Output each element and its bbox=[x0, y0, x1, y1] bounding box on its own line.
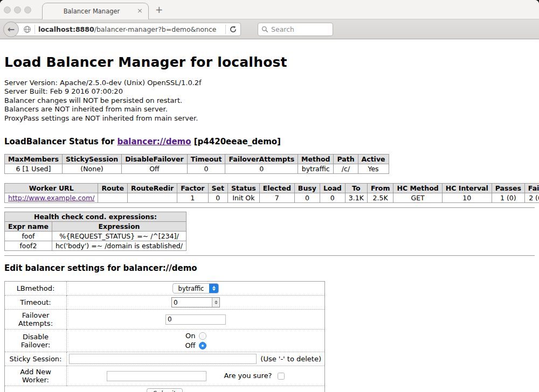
window-close-button[interactable] bbox=[4, 6, 11, 13]
col-active: Active bbox=[358, 155, 389, 164]
balancer-data-row: 6 [1 Used] (None) Off 0 0 bytraffic /c/ … bbox=[5, 164, 389, 174]
window-minimize-button[interactable] bbox=[14, 6, 21, 13]
submit-row: Submit bbox=[5, 386, 325, 392]
col-load: Load bbox=[320, 184, 345, 193]
page-identity-globe-icon[interactable] bbox=[23, 25, 31, 33]
col-elected: Elected bbox=[259, 184, 294, 193]
add-worker-input[interactable] bbox=[107, 371, 206, 381]
search-input[interactable] bbox=[271, 25, 325, 33]
proxypass-note-line: ProxyPass settings are NOT inherited fro… bbox=[4, 114, 535, 123]
lbmethod-select[interactable]: bytraffic bbox=[172, 283, 219, 293]
cell-to: 3.1K bbox=[345, 193, 367, 203]
cell-busy: 0 bbox=[294, 193, 320, 203]
failover-attempts-label: Failover Attempts: bbox=[5, 310, 67, 330]
col-set: Set bbox=[208, 184, 227, 193]
status-heading-prefix: LoadBalancer Status for bbox=[4, 137, 117, 146]
worker-header-row: Worker URL Route RouteRedir Factor Set S… bbox=[5, 184, 539, 193]
cell-expr-name-1: foof bbox=[5, 232, 52, 241]
cell-maxmembers: 6 [1 Used] bbox=[5, 164, 63, 174]
reload-icon[interactable] bbox=[229, 25, 237, 33]
browser-window: Balancer Manager × + ← localhost:8880/ba… bbox=[0, 0, 539, 392]
col-fails: Fails bbox=[524, 184, 539, 193]
cell-stickysession: (None) bbox=[62, 164, 121, 174]
hc-title-row: Health check cond. expressions: bbox=[5, 212, 186, 222]
cell-method: bytraffic bbox=[298, 164, 334, 174]
sticky-session-row: Sticky Session: (Use '-' to delete) bbox=[5, 352, 325, 366]
are-you-sure-checkbox[interactable] bbox=[278, 373, 285, 380]
balancer-header-row: MaxMembers StickySession DisableFailover… bbox=[5, 155, 389, 164]
navigation-toolbar: ← localhost:8880/balancer-manager?b=demo… bbox=[0, 19, 539, 39]
col-to: To bbox=[345, 184, 367, 193]
hc-row-foof: foof %{REQUEST_STATUS} =~ /^[234]/ bbox=[5, 232, 186, 241]
col-expression: Expression bbox=[52, 222, 186, 232]
cell-passes: 1 (0) bbox=[492, 193, 524, 203]
tab-balancer-manager[interactable]: Balancer Manager × bbox=[42, 3, 149, 19]
hc-row-foof2: foof2 hc('body') =~ /domain is establish… bbox=[5, 241, 186, 251]
server-version-line: Server Version: Apache/2.5.0-dev (Unix) … bbox=[4, 79, 535, 87]
back-button[interactable]: ← bbox=[3, 22, 19, 37]
cell-routeredir bbox=[128, 193, 177, 203]
tab-close-icon[interactable]: × bbox=[137, 7, 143, 14]
col-method: Method bbox=[298, 155, 334, 164]
cell-fails: 2 (0) bbox=[524, 193, 539, 203]
new-tab-button[interactable]: + bbox=[155, 4, 163, 15]
timeout-input[interactable] bbox=[172, 298, 212, 307]
url-bar[interactable]: localhost:8880/balancer-manager?b=demo&n… bbox=[11, 23, 241, 36]
failover-attempts-row: Failover Attempts: bbox=[5, 310, 325, 330]
cell-elected: 7 bbox=[259, 193, 294, 203]
timeout-label: Timeout: bbox=[5, 296, 67, 310]
cell-hc-method: GET bbox=[393, 193, 442, 203]
col-hc-method: HC Method bbox=[393, 184, 442, 193]
url-text[interactable]: localhost:8880/balancer-manager?b=demo&n… bbox=[38, 25, 216, 33]
col-failoverattempts: FailoverAttempts bbox=[225, 155, 298, 164]
balancer-status-table: MaxMembers StickySession DisableFailover… bbox=[4, 154, 389, 174]
health-check-table: Health check cond. expressions: Expr nam… bbox=[4, 212, 186, 251]
disable-failover-off-radio[interactable] bbox=[199, 342, 206, 349]
sticky-session-input[interactable] bbox=[69, 354, 257, 364]
urlbar-separator bbox=[34, 25, 35, 34]
radio-off-label: Off bbox=[185, 341, 195, 349]
tab-title: Balancer Manager bbox=[64, 8, 128, 15]
worker-url-link[interactable]: http://www.example.com/ bbox=[8, 194, 94, 202]
col-route: Route bbox=[98, 184, 128, 193]
lbmethod-label: LBmethod: bbox=[5, 282, 67, 296]
cell-load: 0 bbox=[320, 193, 345, 203]
radio-on-label: On bbox=[185, 332, 195, 340]
lbmethod-row: LBmethod: bytraffic bbox=[5, 282, 325, 296]
loadbalancer-status-heading: LoadBalancer Status for balancer://demo … bbox=[4, 137, 535, 146]
col-from: From bbox=[367, 184, 393, 193]
timeout-input-wrap bbox=[171, 297, 220, 307]
cell-status: Init Ok bbox=[228, 193, 260, 203]
search-bar[interactable] bbox=[258, 23, 333, 36]
divider-before-edit bbox=[4, 255, 535, 256]
server-built-line: Server Built: Feb 9 2016 07:00:20 bbox=[4, 87, 535, 96]
titlebar: Balancer Manager × + bbox=[0, 0, 539, 19]
page-title: Load Balancer Manager for localhost bbox=[4, 54, 535, 70]
add-worker-row: Add New Worker: Are you sure? bbox=[5, 366, 325, 386]
col-worker-url: Worker URL bbox=[5, 184, 98, 193]
col-stickysession: StickySession bbox=[62, 155, 121, 164]
are-you-sure-label: Are you sure? bbox=[224, 372, 272, 380]
disable-failover-row: Disable Failover: On Off bbox=[5, 330, 325, 352]
failover-attempts-input[interactable] bbox=[165, 314, 226, 325]
cell-disablefailover: Off bbox=[122, 164, 187, 174]
window-zoom-button[interactable] bbox=[24, 6, 31, 13]
col-factor: Factor bbox=[177, 184, 208, 193]
col-routeredir: RouteRedir bbox=[128, 184, 177, 193]
select-chevrons-icon bbox=[209, 283, 218, 293]
col-path: Path bbox=[334, 155, 358, 164]
col-hc-interval: HC Interval bbox=[442, 184, 492, 193]
add-worker-label: Add New Worker: bbox=[5, 366, 67, 386]
divider-after-worker-table bbox=[4, 207, 535, 208]
sticky-delete-hint: (Use '-' to delete) bbox=[260, 355, 322, 363]
col-maxmembers: MaxMembers bbox=[5, 155, 63, 164]
col-expr-name: Expr name bbox=[5, 222, 52, 232]
timeout-spinner[interactable] bbox=[212, 298, 219, 307]
submit-button[interactable]: Submit bbox=[147, 388, 183, 392]
col-timeout: Timeout bbox=[187, 155, 225, 164]
disable-failover-on-radio[interactable] bbox=[199, 332, 206, 340]
balancer-demo-link[interactable]: balancer://demo bbox=[117, 137, 191, 146]
persist-note-line: Balancer changes will NOT be persisted o… bbox=[4, 96, 535, 105]
cell-failoverattempts: 0 bbox=[225, 164, 298, 174]
cell-timeout: 0 bbox=[187, 164, 225, 174]
